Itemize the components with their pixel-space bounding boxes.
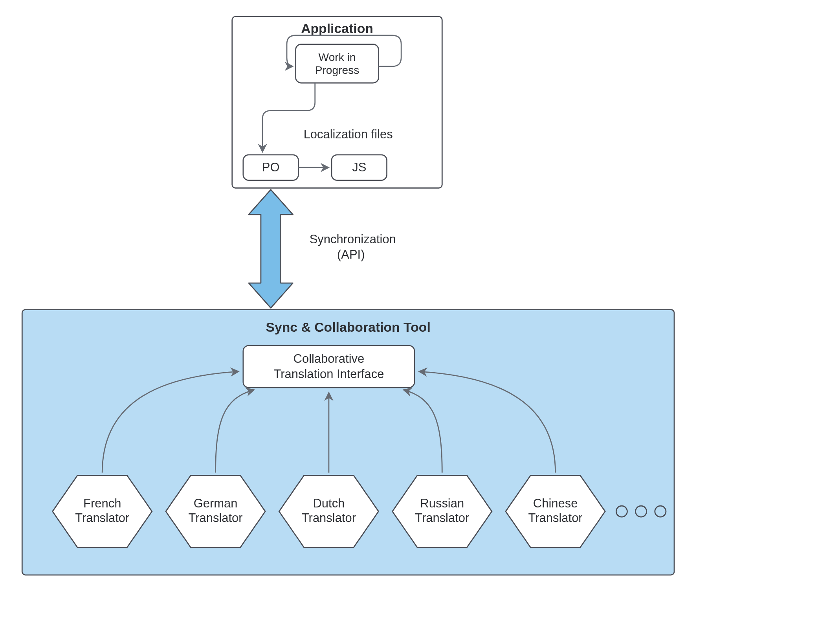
translator-dutch-line2: Translator	[302, 511, 356, 525]
translator-chinese-line1: Chinese	[533, 496, 578, 510]
translator-german-line2: Translator	[189, 511, 243, 525]
po-node: PO	[243, 155, 299, 180]
wip-node: Work in Progress	[296, 44, 379, 83]
edge-wip-to-po	[262, 83, 315, 152]
tool-title: Sync & Collaboration Tool	[266, 320, 430, 334]
translator-french-line1: French	[83, 496, 121, 510]
translator-russian-line2: Translator	[415, 511, 469, 525]
tool-group: Sync & Collaboration Tool Collaborative …	[22, 310, 674, 575]
diagram-canvas: Application Work in Progress Localizatio…	[0, 0, 840, 634]
cti-node: Collaborative Translation Interface	[243, 345, 414, 388]
translator-chinese-line2: Translator	[528, 511, 583, 525]
application-title: Application	[301, 21, 373, 36]
sync-arrow	[249, 189, 293, 308]
cti-line2: Translation Interface	[273, 367, 384, 381]
translator-french-line2: Translator	[75, 511, 129, 525]
wip-line2: Progress	[315, 64, 359, 76]
js-node: JS	[332, 155, 387, 180]
sync-label-line1: Synchronization	[310, 232, 396, 246]
cti-line1: Collaborative	[293, 352, 365, 366]
wip-line1: Work in	[319, 51, 356, 63]
svg-rect-1	[296, 44, 379, 83]
translator-dutch-line1: Dutch	[313, 496, 345, 510]
po-label: PO	[262, 160, 280, 174]
localization-files-label: Localization files	[304, 127, 393, 141]
translator-russian-line1: Russian	[420, 496, 464, 510]
js-label: JS	[352, 160, 366, 174]
application-group: Application Work in Progress Localizatio…	[232, 17, 442, 188]
sync-label-line2: (API)	[337, 248, 365, 261]
translator-german-line1: German	[194, 496, 238, 510]
